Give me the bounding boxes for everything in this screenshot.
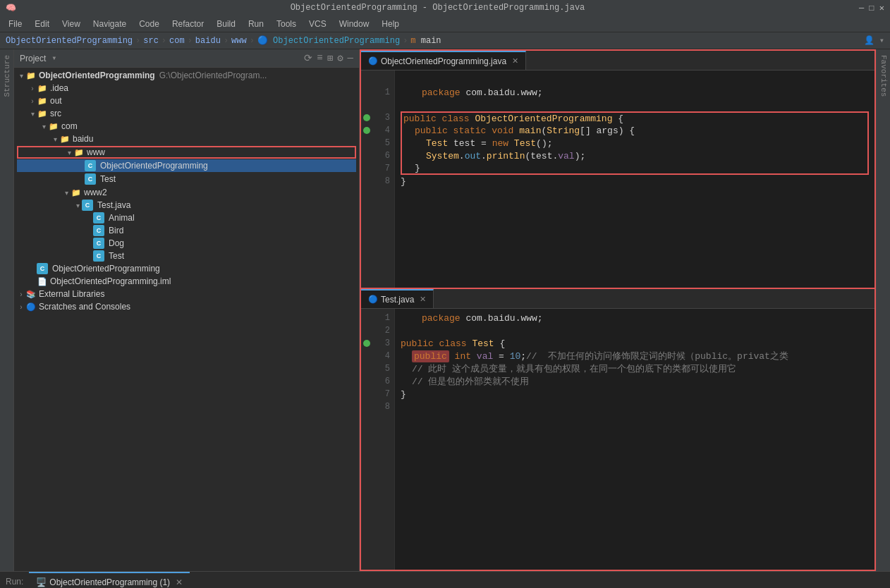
gutter-2 — [361, 309, 372, 570]
breadcrumb-www[interactable]: www — [231, 36, 247, 46]
run-tab-icon: 🖥️ — [36, 577, 47, 587]
tree-item-test2[interactable]: C Test — [14, 250, 359, 262]
tree-item-testjava[interactable]: ▾ C Test.java — [14, 199, 359, 212]
tree-item-www2[interactable]: ▾ 📁 www2 — [14, 186, 359, 199]
tree-item-root[interactable]: ▾ 📁 ObjectOrientedProgramming G:\ObjectO… — [14, 69, 359, 82]
tree-item-idea[interactable]: › 📁 .idea — [14, 82, 359, 94]
editor-pane-1: 🔵 ObjectOrientedProgramming.java ✕ — [360, 49, 876, 289]
tab-close-oop[interactable]: ✕ — [512, 56, 518, 66]
collapse-icon[interactable]: ≡ — [317, 52, 322, 64]
project-tree: ▾ 📁 ObjectOrientedProgramming G:\ObjectO… — [14, 68, 359, 571]
tree-item-com[interactable]: ▾ 📁 com — [14, 120, 359, 133]
tab-test-java[interactable]: 🔵 Test.java ✕ — [361, 289, 434, 308]
tab-close-test[interactable]: ✕ — [420, 295, 426, 304]
gutter-line-8 — [361, 175, 372, 188]
tree-item-extlib[interactable]: › 📚 External Libraries — [14, 288, 359, 300]
bottom-tabs: Run: 🖥️ ObjectOrientedProgramming (1) ✕ — [0, 572, 890, 588]
tree-label-baidu: baidu — [73, 134, 93, 144]
menu-build[interactable]: Build — [211, 18, 241, 30]
favorites-sidebar[interactable]: Favorites — [876, 49, 890, 571]
line-numbers-2: 1 2 3 4 5 6 7 8 — [372, 309, 395, 570]
tree-item-oop-root[interactable]: C ObjectOrientedProgramming — [14, 262, 359, 275]
code-content-1[interactable]: package com.baidu.www; public class Obje… — [395, 71, 874, 288]
folder-com-icon: 📁 — [48, 121, 59, 132]
tree-item-www[interactable]: ▾ 📁 www — [17, 146, 356, 159]
structure-tab[interactable]: Structure — [0, 49, 14, 571]
tab-oop-java[interactable]: 🔵 ObjectOrientedProgramming.java ✕ — [361, 51, 526, 70]
tab-run-oop[interactable]: 🖥️ ObjectOrientedProgramming (1) ✕ — [29, 572, 190, 588]
run-indicator-3 — [363, 114, 370, 121]
code-line-8: } — [401, 175, 869, 188]
gutter-line-3 — [361, 111, 372, 124]
sidebar: Project ▾ ⟳ ≡ ⊞ ⚙ — ▾ 📁 ObjectOrientedPr… — [14, 49, 360, 571]
structure-label[interactable]: Structure — [3, 49, 11, 102]
breadcrumb-com[interactable]: com — [169, 36, 185, 46]
tree-item-test[interactable]: C Test — [17, 173, 356, 185]
filter-icon[interactable]: ⊞ — [327, 52, 333, 64]
tree-item-baidu[interactable]: ▾ 📁 baidu — [14, 133, 359, 145]
bottom-panel: Run: 🖥️ ObjectOrientedProgramming (1) ✕ … — [0, 571, 890, 588]
window-title: ObjectOrientedProgramming - ObjectOrient… — [291, 3, 585, 13]
sync-icon[interactable]: ⟳ — [304, 52, 312, 64]
menu-view[interactable]: View — [56, 18, 86, 30]
tree-item-oop[interactable]: C ObjectOrientedProgramming — [17, 159, 356, 172]
breadcrumb-oop[interactable]: 🔵 ObjectOrientedProgramming — [257, 35, 400, 46]
menu-vcs[interactable]: VCS — [303, 18, 332, 30]
code-line-empty — [401, 73, 869, 86]
menu-run[interactable]: Run — [243, 18, 269, 30]
settings-icon[interactable]: ⚙ — [337, 52, 343, 64]
tree-item-out[interactable]: › 📁 out — [14, 94, 359, 107]
close-icon[interactable]: — — [348, 52, 353, 64]
menu-window[interactable]: Window — [334, 18, 375, 30]
iml-icon: 📄 — [37, 276, 48, 287]
code2-line-1: package com.baidu.www; — [401, 312, 869, 324]
menu-refactor[interactable]: Refactor — [166, 18, 209, 30]
code-editor-2[interactable]: 1 2 3 4 5 6 7 8 package com.baidu.www; p… — [361, 309, 874, 570]
menu-tools[interactable]: Tools — [271, 18, 302, 30]
menu-help[interactable]: Help — [376, 18, 405, 30]
tree-item-iml[interactable]: 📄 ObjectOrientedProgramming.iml — [14, 275, 359, 288]
run-label-static: Run: — [0, 572, 29, 588]
folder-www2-icon: 📁 — [71, 187, 82, 198]
tree-arrow: › — [17, 290, 25, 298]
tree-label-animal: Animal — [109, 213, 135, 223]
code-content-2[interactable]: package com.baidu.www; public class Test… — [395, 309, 874, 570]
menu-navigate[interactable]: Navigate — [87, 18, 132, 30]
tree-item-bird[interactable]: C Bird — [14, 224, 359, 237]
gutter-line-2 — [361, 99, 372, 111]
tree-arrow: › — [28, 97, 37, 105]
folder-www-icon: 📁 — [73, 147, 85, 158]
tree-label-out: out — [50, 96, 62, 106]
code-line-7: } — [401, 162, 869, 175]
tree-arrow: ▾ — [65, 149, 73, 157]
breadcrumb-main[interactable]: m main — [410, 36, 441, 46]
main-layout: Structure Project ▾ ⟳ ≡ ⊞ ⚙ — ▾ 📁 Object… — [0, 49, 890, 571]
code2-line-8 — [401, 400, 869, 413]
java-oop-root-icon: C — [37, 263, 48, 274]
folder-out-icon: 📁 — [37, 95, 48, 106]
run-tab-close[interactable]: ✕ — [176, 577, 183, 587]
tree-label-test: Test — [100, 174, 116, 184]
code-line-1: package com.baidu.www; — [401, 86, 869, 99]
menu-file[interactable]: File — [3, 18, 28, 30]
breadcrumb-src[interactable]: src — [143, 36, 159, 46]
tree-label-testjava: Test.java — [97, 200, 130, 210]
breadcrumb-project[interactable]: ObjectOrientedProgramming — [6, 36, 133, 46]
menu-edit[interactable]: Edit — [29, 18, 55, 30]
line-numbers-1: 1 3 4 5 6 7 8 — [372, 71, 395, 288]
breadcrumb-baidu[interactable]: baidu — [195, 36, 221, 46]
tree-item-dog[interactable]: C Dog — [14, 237, 359, 250]
tree-item-animal[interactable]: C Animal — [14, 212, 359, 224]
sidebar-dropdown-icon[interactable]: ▾ — [51, 53, 56, 63]
java-animal-icon: C — [93, 212, 104, 223]
favorites-label[interactable]: Favorites — [879, 49, 888, 102]
tree-item-src[interactable]: ▾ 📁 src — [14, 107, 359, 120]
account-icon[interactable]: 👤 ▾ — [864, 35, 884, 46]
code-editor-1[interactable]: 1 3 4 5 6 7 8 package com.baidu.www; — [361, 71, 874, 288]
sidebar-header: Project ▾ ⟳ ≡ ⊞ ⚙ — — [14, 49, 359, 68]
menu-code[interactable]: Code — [133, 18, 165, 30]
extlib-icon: 📚 — [25, 288, 37, 300]
tree-item-scratches[interactable]: › 🔵 Scratches and Consoles — [14, 300, 359, 313]
gutter-line-1 — [361, 86, 372, 99]
tree-label-root: ObjectOrientedProgramming — [39, 71, 155, 80]
